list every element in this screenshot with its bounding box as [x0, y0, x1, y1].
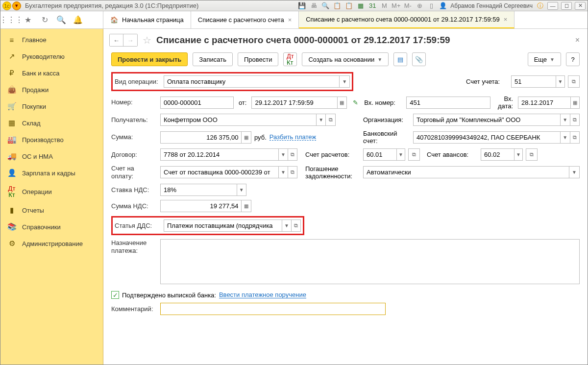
open-icon[interactable]: ⧉ [568, 76, 579, 87]
post-button[interactable]: Провести [238, 52, 279, 66]
chevron-down-icon[interactable]: ▼ [560, 114, 569, 125]
ext-date-input[interactable]: ▦ [518, 97, 580, 109]
calendar-icon[interactable]: ▦ [337, 97, 347, 108]
op-type-select[interactable]: ▼ [164, 75, 350, 88]
mplus-icon[interactable]: М+ [392, 1, 400, 10]
chevron-down-icon[interactable]: ▼ [556, 76, 564, 87]
bell-icon[interactable]: 🔔 [73, 15, 83, 25]
calc-icon[interactable]: ▦ [241, 200, 251, 212]
close-icon[interactable]: × [504, 16, 508, 23]
write-button[interactable]: Записать [193, 52, 233, 66]
sidebar-item-catalogs[interactable]: 📚Справочники [0, 219, 103, 235]
chevron-down-icon[interactable]: ▼ [278, 149, 288, 160]
open-icon[interactable]: ⧉ [288, 149, 297, 160]
chevron-down-icon[interactable]: ▼ [396, 149, 405, 160]
ext-num-input[interactable] [406, 97, 490, 109]
zoom-icon[interactable]: ⊕ [415, 1, 424, 10]
invoice-select[interactable]: ▼⧉ [160, 166, 297, 178]
attach-button[interactable]: 📎 [412, 52, 426, 66]
sidebar-item-reports[interactable]: ▮Отчеты [0, 202, 103, 219]
calendar-icon[interactable]: 31 [368, 1, 377, 10]
tab-document-2[interactable]: Списание с расчетного счета 0000-000001 … [299, 11, 514, 28]
sidebar-item-assets[interactable]: 🚚ОС и НМА [0, 148, 103, 165]
org-select[interactable]: ▼⧉ [413, 114, 580, 126]
open-icon[interactable]: ⧉ [570, 114, 579, 125]
print-preview-icon[interactable]: 🔍 [321, 1, 330, 10]
close-button[interactable]: ✕ [575, 2, 586, 10]
sidebar-item-main[interactable]: ≡Главное [0, 32, 103, 48]
create-from-button[interactable]: Создать на основании▼ [302, 52, 389, 66]
tab-document-1[interactable]: Списание с расчетного счета × [191, 11, 299, 28]
copy2-icon[interactable]: 📋 [344, 1, 353, 10]
calc-icon[interactable]: ▦ [356, 1, 365, 10]
close-icon[interactable]: × [288, 16, 292, 24]
calendar-icon[interactable]: ▦ [570, 97, 580, 108]
chevron-down-icon[interactable]: ▼ [339, 76, 349, 87]
sidebar-item-salary[interactable]: 👤Зарплата и кадры [0, 165, 103, 181]
settle-open[interactable]: ⧉ [408, 148, 420, 161]
open-icon[interactable]: ⧉ [409, 149, 419, 160]
history-icon[interactable]: ↻ [40, 15, 49, 25]
enter-payment-order-link[interactable]: Ввести платежное поручение [219, 292, 306, 298]
copy-icon[interactable]: 📋 [333, 1, 342, 10]
date-input[interactable]: ▦ [251, 97, 347, 109]
number-input[interactable] [160, 97, 234, 109]
chevron-down-icon[interactable]: ▼ [316, 114, 326, 125]
forward-button[interactable]: → [123, 34, 137, 46]
sidebar-item-production[interactable]: 🏭Производство [0, 131, 103, 148]
post-and-close-button[interactable]: Провести и закрыть [111, 52, 188, 66]
debt-select[interactable]: ▼ [363, 166, 580, 178]
account-select[interactable]: ▼ [511, 75, 565, 88]
search-icon[interactable]: 🔍 [56, 15, 66, 25]
advance-open[interactable]: ⧉ [526, 148, 538, 161]
contract-select[interactable]: ▼⧉ [160, 148, 297, 161]
help-button[interactable]: ? [566, 52, 580, 66]
chevron-down-icon[interactable]: ▼ [282, 220, 291, 231]
confirmed-checkbox[interactable]: ✓ [111, 291, 119, 299]
open-icon[interactable]: ⧉ [325, 114, 335, 125]
chevron-down-icon[interactable]: ▼ [237, 184, 246, 195]
op-type-input[interactable] [164, 76, 339, 87]
more-button[interactable]: Еще▼ [528, 52, 561, 66]
recipient-select[interactable]: ▼⧉ [160, 114, 336, 126]
maximize-button[interactable]: ◻ [561, 2, 572, 10]
apps-icon[interactable]: ⋮⋮⋮ [6, 15, 16, 25]
open-icon[interactable]: ⧉ [288, 167, 297, 178]
mminus-icon[interactable]: М- [403, 1, 412, 10]
tab-home[interactable]: 🏠 Начальная страница [103, 11, 191, 28]
doc-button[interactable]: ▤ [393, 52, 407, 66]
split-payment-link[interactable]: Разбить платеж [270, 134, 316, 141]
comment-input[interactable] [160, 303, 386, 315]
open-icon[interactable]: ⧉ [291, 220, 300, 231]
chevron-down-icon[interactable]: ▼ [514, 149, 522, 160]
book-icon[interactable]: ▯ [427, 1, 436, 10]
m-icon[interactable]: М [380, 1, 389, 10]
back-button[interactable]: ← [110, 34, 123, 46]
open-icon[interactable]: ⧉ [526, 149, 537, 160]
print-icon[interactable]: 🖶 [309, 1, 318, 10]
edit-icon[interactable]: ✎ [353, 99, 358, 106]
chevron-down-icon[interactable]: ▼ [560, 132, 569, 143]
favorite-icon[interactable]: ☆ [143, 34, 151, 46]
dtkt-button[interactable]: ДтКт [283, 52, 297, 66]
info-icon[interactable]: ⓘ [536, 1, 544, 10]
account-open[interactable]: ⧉ [568, 75, 580, 88]
sidebar-item-sales[interactable]: 👜Продажи [0, 81, 103, 98]
advance-select[interactable]: ▼ [481, 148, 523, 161]
sidebar-item-operations[interactable]: ДтКтОперации [0, 181, 103, 202]
sidebar-item-purchase[interactable]: 🛒Покупки [0, 98, 103, 115]
purpose-textarea[interactable] [160, 239, 580, 284]
page-close-icon[interactable]: × [575, 36, 580, 45]
bank-select[interactable]: ▼⧉ [413, 131, 580, 144]
minimize-button[interactable]: — [547, 2, 558, 10]
save-icon[interactable]: 💾 [297, 1, 306, 10]
chevron-down-icon[interactable]: ▼ [278, 167, 288, 178]
sidebar-item-admin[interactable]: ⚙Администрирование [0, 235, 103, 252]
vat-rate-select[interactable]: ▼ [160, 184, 246, 196]
vat-sum-input[interactable]: ▦ [160, 200, 251, 212]
dropdown-icon[interactable]: ▾ [12, 1, 21, 10]
chevron-down-icon[interactable]: ▼ [569, 167, 579, 178]
sidebar-item-bank[interactable]: ₽Банк и касса [0, 65, 103, 81]
calc-icon[interactable]: ▦ [241, 132, 251, 143]
open-icon[interactable]: ⧉ [570, 132, 579, 143]
